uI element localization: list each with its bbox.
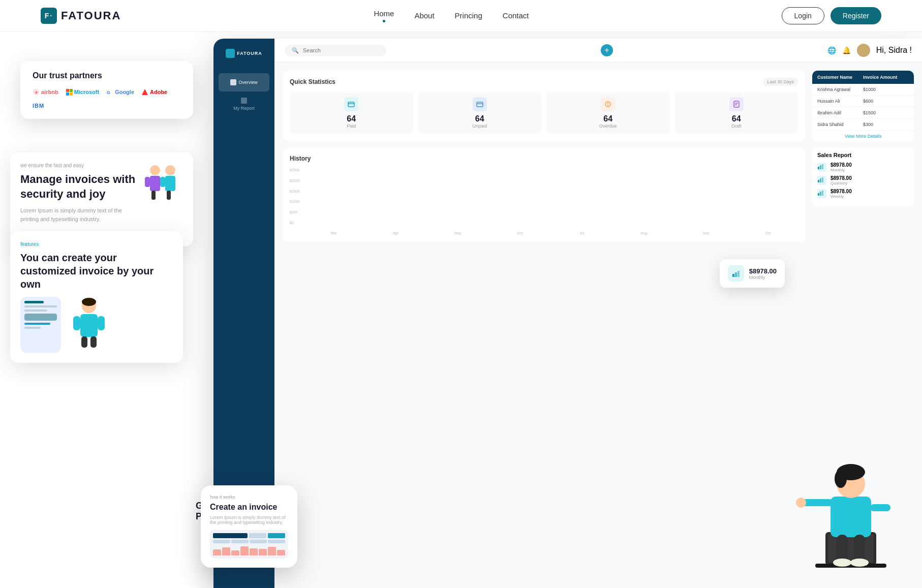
user-greeting: Hi, Sidra ! (876, 46, 912, 55)
amount-2: $600 (863, 99, 909, 104)
history-title: History (290, 155, 798, 162)
draft-icon (729, 97, 744, 111)
navbar: F· FATOURA Home About Princing Contact L… (0, 0, 922, 32)
unpaid-icon (473, 97, 487, 111)
amount-1: $1000 (863, 87, 909, 92)
quick-stats-title: Quick Statistics (290, 78, 335, 85)
mini-block-1 (213, 533, 248, 538)
view-more-link[interactable]: View More Details (812, 131, 914, 142)
svg-rect-4 (734, 101, 739, 107)
stat-unpaid: 64 Unpaid (418, 92, 542, 134)
mc-bar-1 (213, 549, 221, 555)
dashboard-left-panel: Quick Statistics Last 30 Days 64 Paid (283, 71, 805, 242)
search-icon: 🔍 (292, 47, 299, 54)
sales-report-title: Sales Report (817, 152, 909, 158)
nav-actions: Login Register (782, 7, 881, 24)
sr-weekly-icon (817, 189, 826, 198)
nav-pricing[interactable]: Princing (455, 11, 482, 20)
report-icon (241, 98, 247, 104)
mc-bar-4 (240, 546, 249, 555)
mc-bar-3 (231, 550, 239, 555)
draft-label: Draft (680, 123, 793, 129)
trust-partners-card: Our trust partners ✦ airbnb Microsoft G … (20, 61, 193, 119)
manage-card-tag: we ensure the fast and easy (20, 163, 136, 168)
brand-name: FATOURA (61, 9, 121, 22)
phone-bar-2 (24, 305, 57, 307)
col-amount: Invoice Amount (863, 75, 909, 80)
svg-point-55 (850, 559, 869, 567)
svg-marker-21 (142, 89, 148, 95)
sr-quarterly: $8978.00 Quarterly (817, 175, 909, 185)
stats-grid: 64 Paid 64 Unpaid (290, 92, 798, 134)
svg-rect-36 (81, 336, 87, 348)
col-customer: Customer Name (817, 75, 863, 80)
sales-report: Sales Report $8978.00 Monthly (812, 147, 914, 207)
mini-row-4 (268, 540, 285, 543)
svg-point-47 (796, 498, 806, 508)
unpaid-label: Unpaid (423, 123, 537, 129)
svg-rect-44 (815, 564, 886, 568)
amount-3: $1500 (863, 110, 909, 115)
stat-paid: 64 Paid (290, 92, 413, 134)
sidebar-report[interactable]: My Report (213, 91, 274, 117)
y-label-0: $0 (290, 221, 299, 225)
stat-draft: 64 Draft (675, 92, 798, 134)
svg-rect-8 (818, 180, 819, 182)
logo: F· FATOURA (41, 8, 121, 24)
y-label-500: $500 (290, 210, 299, 214)
quick-statistics: Quick Statistics Last 30 Days 64 Paid (283, 71, 805, 141)
revenue-float-label: Monthly (749, 275, 777, 280)
manage-card-desc: Lorem Ipsum is simply dummy text of the … (20, 206, 136, 223)
custom-card-title: You can create your customized invoice b… (20, 251, 173, 291)
revenue-float-amount: $8978.00 (749, 267, 777, 275)
customer-4: Sidra Shahid (817, 122, 863, 127)
sidebar-overview[interactable]: Overview (219, 73, 269, 91)
overdue-value: 64 (551, 114, 665, 123)
svg-rect-48 (870, 504, 890, 511)
svg-rect-53 (854, 535, 865, 563)
x-sep: Sep (676, 231, 736, 235)
mini-chart (213, 545, 285, 555)
add-button[interactable]: + (601, 44, 613, 56)
trust-logos: ✦ airbnb Microsoft G Google Adobe IBM (33, 88, 181, 109)
nav-about[interactable]: About (414, 11, 434, 20)
svg-point-27 (165, 165, 175, 175)
phone-bar-5 (24, 327, 41, 329)
chart-y-axis: $2500 $2000 $1500 $1000 $500 $0 (290, 168, 299, 235)
search-input[interactable] (303, 47, 379, 53)
landing-page: F· FATOURA Home About Princing Contact L… (0, 0, 922, 588)
customer-3: Ibrahim Adil (817, 110, 863, 115)
svg-rect-0 (348, 102, 354, 107)
overdue-label: Overdue (551, 123, 665, 129)
nav-home[interactable]: Home (374, 9, 394, 22)
unpaid-value: 64 (423, 114, 537, 123)
login-button[interactable]: Login (782, 7, 824, 24)
bell-icon[interactable]: 🔔 (842, 46, 851, 54)
chart-bars (303, 168, 798, 229)
svg-rect-13 (822, 191, 823, 196)
invoice-table: Customer Name Invoice Amount Krishna Agr… (812, 71, 914, 142)
sidebar-logo-icon (226, 49, 235, 58)
svg-rect-30 (170, 177, 175, 187)
svg-rect-1 (477, 102, 483, 107)
svg-rect-45 (831, 497, 871, 537)
register-button[interactable]: Register (831, 7, 881, 24)
trust-card-title: Our trust partners (33, 71, 181, 80)
x-oct: Oct (738, 231, 798, 235)
sr-monthly-icon (817, 163, 826, 172)
x-apr: Apr (366, 231, 426, 235)
sr-weekly: $8978.00 Weekly (817, 189, 909, 199)
phone-block (24, 314, 57, 321)
sr-monthly-amount: $8978.00 (831, 162, 852, 168)
x-may: May (428, 231, 488, 235)
mc-bar-2 (222, 547, 230, 555)
nav-contact[interactable]: Contact (503, 11, 529, 20)
table-row: Sidra Shahid $300 (812, 119, 914, 131)
sidebar-report-label: My Report (233, 106, 255, 111)
person-illustration-right (795, 436, 907, 588)
phone-bar-1 (24, 301, 44, 303)
history-chart-section: History $2500 $2000 $1500 $1000 $500 $0 (283, 148, 805, 242)
x-mar: Mar (303, 231, 363, 235)
mini-row-1 (213, 540, 230, 543)
search-bar[interactable]: 🔍 (285, 45, 386, 56)
